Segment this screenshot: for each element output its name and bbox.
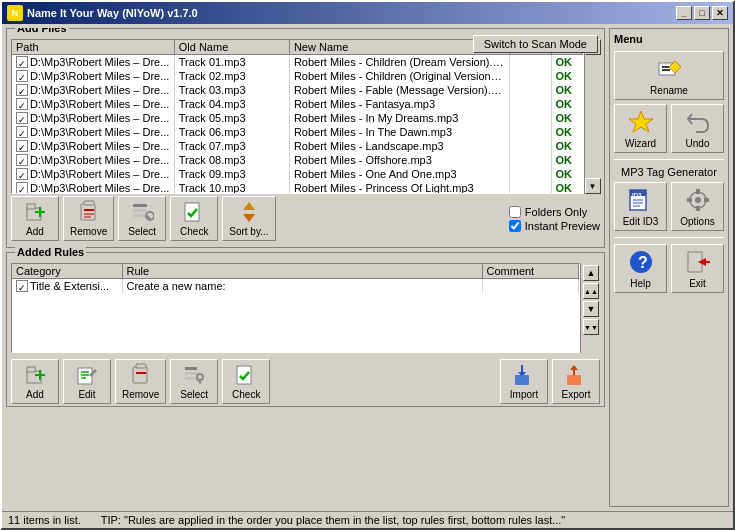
- add-rule-label: Add: [26, 389, 44, 400]
- sort-files-button[interactable]: Sort by...: [222, 196, 275, 241]
- wizard-undo-row: Wizard Undo: [614, 104, 724, 153]
- edit-rule-button[interactable]: Edit: [63, 359, 111, 404]
- cell-status: OK: [551, 167, 582, 181]
- close-button[interactable]: ✕: [712, 6, 728, 20]
- maximize-button[interactable]: □: [694, 6, 710, 20]
- row-checkbox[interactable]: [16, 182, 28, 194]
- remove-files-button[interactable]: Remove: [63, 196, 114, 241]
- cell-v: [509, 125, 551, 139]
- scrollbar-down-btn[interactable]: ▼: [585, 178, 601, 194]
- add-rule-button[interactable]: Add: [11, 359, 59, 404]
- cell-new: Robert Miles - Children (Original Versio…: [289, 69, 509, 83]
- remove-files-label: Remove: [70, 226, 107, 237]
- added-rules-group: Added Rules Category Rule Comment: [6, 252, 605, 407]
- rules-main: Category Rule Comment Title & Extensi...…: [11, 263, 600, 353]
- edit-rule-label: Edit: [78, 389, 95, 400]
- rule-up-btn[interactable]: ▲: [583, 265, 599, 281]
- svg-rect-29: [185, 372, 197, 375]
- check-files-button[interactable]: Check: [170, 196, 218, 241]
- file-table: Path Old Name New Name V... D:\Mp3\Rober…: [12, 40, 583, 194]
- svg-rect-32: [237, 366, 251, 384]
- cell-path: D:\Mp3\Robert Miles – Dre...: [12, 55, 174, 70]
- cell-v: [509, 83, 551, 97]
- row-checkbox[interactable]: [16, 70, 28, 82]
- select-files-button[interactable]: Select: [118, 196, 166, 241]
- col-header-old: Old Name: [174, 40, 289, 55]
- row-checkbox[interactable]: [16, 168, 28, 180]
- folders-only-label[interactable]: Folders Only: [509, 206, 600, 218]
- cell-path: D:\Mp3\Robert Miles – Dre...: [12, 181, 174, 194]
- help-button[interactable]: ? Help: [614, 244, 667, 293]
- import-button[interactable]: Import: [500, 359, 548, 404]
- select-rule-icon: [182, 363, 206, 387]
- cell-old: Track 04.mp3: [174, 97, 289, 111]
- table-row: D:\Mp3\Robert Miles – Dre... Track 03.mp…: [12, 83, 583, 97]
- wizard-button[interactable]: Wizard: [614, 104, 667, 153]
- cell-status: OK: [551, 153, 582, 167]
- cell-path: D:\Mp3\Robert Miles – Dre...: [12, 153, 174, 167]
- undo-button[interactable]: Undo: [671, 104, 724, 153]
- rules-table-container: Category Rule Comment Title & Extensi...…: [11, 263, 580, 353]
- col-rule: Rule: [122, 264, 482, 279]
- mp3-tag-label: MP3 Tag Generator: [614, 166, 724, 178]
- edit-id3-button[interactable]: ID3 Edit ID3: [614, 182, 667, 231]
- rules-area: Category Rule Comment Title & Extensi...…: [7, 253, 604, 357]
- items-count: 11 items in list.: [8, 514, 81, 526]
- cell-v: [509, 153, 551, 167]
- scan-mode-button[interactable]: Switch to Scan Mode: [473, 35, 598, 53]
- check-rule-label: Check: [232, 389, 260, 400]
- svg-rect-30: [185, 377, 197, 380]
- cell-status: OK: [551, 97, 582, 111]
- rules-table-row: Title & Extensi... Create a new name:: [12, 279, 579, 294]
- row-checkbox[interactable]: [16, 84, 28, 96]
- svg-point-54: [695, 197, 701, 203]
- remove-rule-button[interactable]: Remove: [115, 359, 166, 404]
- cell-comment: [482, 279, 579, 294]
- table-row: D:\Mp3\Robert Miles – Dre... Track 08.mp…: [12, 153, 583, 167]
- folders-only-checkbox[interactable]: [509, 206, 521, 218]
- add-files-button[interactable]: Add: [11, 196, 59, 241]
- exit-button[interactable]: Exit: [671, 244, 724, 293]
- rule-checkbox[interactable]: [16, 280, 28, 292]
- remove-rule-icon: [129, 363, 153, 387]
- svg-rect-10: [133, 209, 147, 212]
- select-rule-button[interactable]: Select: [170, 359, 218, 404]
- rename-label: Rename: [650, 85, 688, 96]
- cell-status: OK: [551, 181, 582, 194]
- row-checkbox[interactable]: [16, 112, 28, 124]
- row-checkbox[interactable]: [16, 126, 28, 138]
- rename-icon: [655, 55, 683, 83]
- row-checkbox[interactable]: [16, 140, 28, 152]
- remove-files-icon: [77, 200, 101, 224]
- minimize-button[interactable]: _: [676, 6, 692, 20]
- svg-text:?: ?: [638, 254, 648, 271]
- row-checkbox[interactable]: [16, 98, 28, 110]
- rule-down2-btn[interactable]: ▼▼: [583, 319, 599, 335]
- svg-rect-4: [81, 204, 95, 220]
- instant-preview-checkbox[interactable]: [509, 220, 521, 232]
- rule-down-btn[interactable]: ▼: [583, 301, 599, 317]
- options-button[interactable]: Options: [671, 182, 724, 231]
- svg-rect-58: [704, 198, 709, 202]
- row-checkbox[interactable]: [16, 154, 28, 166]
- cell-v: [509, 139, 551, 153]
- add-files-icon: [23, 200, 47, 224]
- export-button[interactable]: Export: [552, 359, 600, 404]
- svg-rect-9: [133, 204, 147, 207]
- check-rule-button[interactable]: Check: [222, 359, 270, 404]
- sort-files-label: Sort by...: [229, 226, 268, 237]
- instant-preview-label[interactable]: Instant Preview: [509, 220, 600, 232]
- file-table-scrollbar[interactable]: ▲ ▼: [584, 39, 600, 194]
- help-icon: ?: [627, 248, 655, 276]
- row-checkbox[interactable]: [16, 56, 28, 68]
- left-panel: Add Files Switch to Scan Mode Path Old N…: [6, 28, 605, 507]
- rule-up2-btn[interactable]: ▲▲: [583, 283, 599, 299]
- file-table-wrapper: Path Old Name New Name V... D:\Mp3\Rober…: [11, 39, 600, 194]
- main-window: N Name It Your Way (NIYoW) v1.7.0 _ □ ✕ …: [0, 0, 735, 530]
- cell-status: OK: [551, 125, 582, 139]
- rename-button[interactable]: Rename: [614, 51, 724, 100]
- cell-v: [509, 55, 551, 70]
- cell-old: Track 10.mp3: [174, 181, 289, 194]
- main-content: Add Files Switch to Scan Mode Path Old N…: [2, 24, 733, 511]
- exit-icon: [684, 248, 712, 276]
